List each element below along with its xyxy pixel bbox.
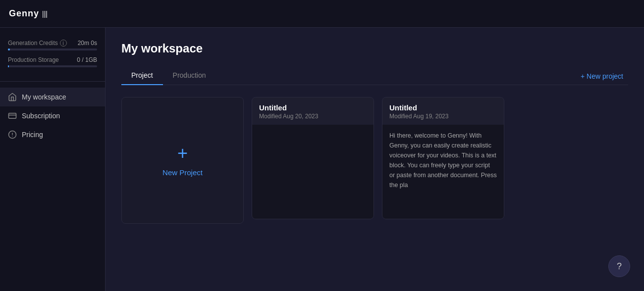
main-layout: Generation Credits i 20m 0s Production S… — [0, 28, 644, 291]
card-1-date: Modified Aug 20, 2023 — [259, 113, 367, 120]
card-2-title: Untitled — [389, 103, 497, 112]
sidebar-item-subscription[interactable]: Subscription — [0, 106, 105, 125]
generation-credits-progress — [8, 48, 97, 50]
logo-text: Genny — [9, 8, 39, 19]
help-button[interactable]: ? — [608, 255, 630, 277]
card-1-title: Untitled — [259, 103, 367, 112]
storage-row: Production Storage 0 / 1GB — [8, 56, 97, 63]
svg-rect-0 — [9, 113, 16, 119]
credits-value: 20m 0s — [78, 40, 97, 47]
info-icon[interactable]: i — [60, 40, 67, 47]
card-2-header: Untitled Modified Aug 19, 2023 — [382, 97, 504, 125]
credits-label: Generation Credits i — [8, 40, 67, 47]
logo-icon: ||| — [42, 10, 48, 18]
new-project-card[interactable]: + New Project — [121, 97, 244, 224]
storage-fill — [8, 65, 9, 67]
cards-grid: + New Project Untitled Modified Aug 20, … — [121, 97, 628, 224]
pricing-icon — [8, 130, 17, 139]
subscription-icon — [8, 111, 17, 120]
tabs-bar: Project Production + New project — [121, 67, 628, 85]
home-icon — [8, 93, 17, 101]
project-card-1[interactable]: Untitled Modified Aug 20, 2023 — [252, 97, 374, 219]
sidebar-item-my-workspace[interactable]: My workspace — [0, 88, 105, 106]
content-area: My workspace Project Production + New pr… — [106, 28, 644, 291]
page-title: My workspace — [121, 42, 628, 55]
card-2-date: Modified Aug 19, 2023 — [389, 113, 497, 120]
topbar: Genny ||| — [0, 0, 644, 28]
tab-project[interactable]: Project — [121, 67, 163, 85]
project-card-2[interactable]: Untitled Modified Aug 19, 2023 Hi there,… — [382, 97, 504, 219]
sidebar-item-pricing[interactable]: Pricing — [0, 125, 105, 144]
credits-row: Generation Credits i 20m 0s — [8, 40, 97, 47]
card-1-header: Untitled Modified Aug 20, 2023 — [252, 97, 374, 125]
generation-credits-fill — [8, 48, 10, 50]
credits-section: Generation Credits i 20m 0s Production S… — [0, 36, 105, 82]
sidebar: Generation Credits i 20m 0s Production S… — [0, 28, 106, 291]
card-2-preview: Hi there, welcome to Genny! With Genny, … — [382, 125, 504, 219]
storage-progress — [8, 65, 97, 67]
logo: Genny ||| — [9, 8, 48, 19]
nav-items: My workspace Subscription — [0, 86, 105, 283]
storage-label: Production Storage — [8, 56, 59, 63]
new-project-button[interactable]: + New project — [576, 69, 628, 83]
storage-value: 0 / 1GB — [77, 56, 97, 63]
new-project-card-label: New Project — [162, 168, 203, 177]
sidebar-item-label-pricing: Pricing — [22, 131, 43, 139]
card-1-preview — [252, 125, 374, 219]
tab-production[interactable]: Production — [163, 67, 216, 85]
sidebar-item-label-my-workspace: My workspace — [22, 93, 66, 101]
plus-icon: + — [177, 145, 188, 162]
sidebar-item-label-subscription: Subscription — [22, 112, 60, 120]
